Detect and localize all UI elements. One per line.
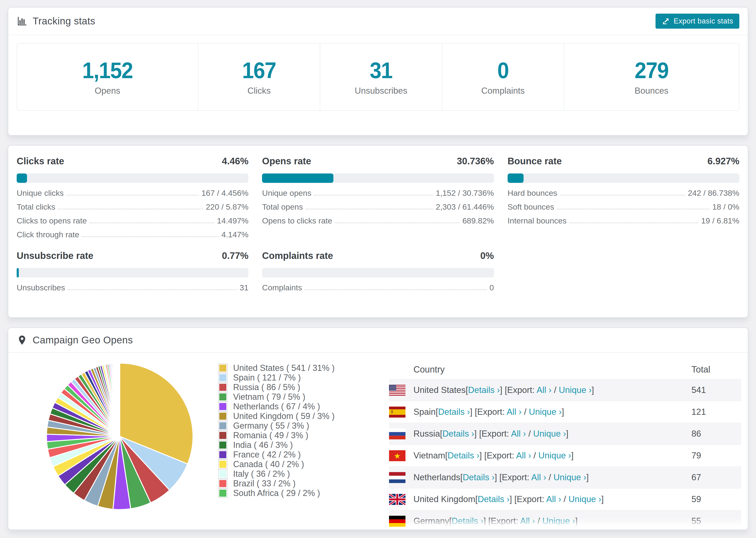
legend-item-vietnam: Vietnam ( 79 / 5% ): [218, 392, 335, 402]
legend-label: Russia ( 86 / 5% ): [233, 382, 300, 392]
legend-item-spain: Spain ( 121 / 7% ): [218, 373, 335, 382]
rate-row-value: 242 / 86.738%: [688, 188, 739, 198]
legend-label: South Africa ( 29 / 2% ): [233, 488, 320, 498]
stats-row: 1,152Opens167Clicks31Unsubscribes0Compla…: [17, 43, 739, 111]
rate-title: Clicks rate: [17, 156, 64, 166]
legend-item-france: France ( 42 / 2% ): [218, 450, 335, 459]
dotted-leader: [314, 195, 433, 195]
rate-row-value: 0: [490, 283, 494, 292]
legend-label: Canada ( 40 / 2% ): [233, 459, 304, 469]
stat-card-opens: 1,152Opens: [17, 44, 198, 110]
column-header-country: Country: [389, 364, 691, 375]
export-unique-link[interactable]: Unique ›: [529, 407, 562, 417]
legend-item-russia: Russia ( 86 / 5% ): [218, 382, 335, 392]
unsubscribe-rate-progress-bar: [17, 268, 248, 278]
stat-value: 1,152: [82, 57, 133, 83]
rate-row-label: Clicks to opens rate: [17, 216, 87, 225]
dotted-leader: [306, 209, 433, 209]
rate-row-click-through-rate: Click through rate4.147%: [17, 225, 248, 239]
rate-row-label: Total clicks: [17, 202, 55, 211]
country-name: United Kingdom: [413, 494, 475, 504]
legend-label: India ( 46 / 3% ): [233, 440, 293, 450]
geo-table-row-united-kingdom: United Kingdom [Details ›] [Export: All …: [389, 488, 741, 510]
rate-title: Complaints rate: [262, 250, 333, 261]
page-title: Tracking stats: [33, 16, 95, 27]
export-unique-link[interactable]: Unique ›: [538, 451, 571, 460]
rate-row-total-opens: Total opens2,303 / 61.446%: [262, 198, 494, 211]
unsubscribe-rate-block: Unsubscribe rate0.77%Unsubscribes31: [17, 250, 248, 292]
country-cell: Spain [Details ›] [Export: All › / Uniqu…: [389, 406, 691, 418]
country-name: Vietnam: [413, 451, 445, 460]
gb-flag-icon: [389, 494, 405, 505]
rate-row-label: Total opens: [262, 202, 303, 211]
geo-table: Country Total United States [Details ›] …: [389, 360, 741, 530]
rate-row-label: Hard bounces: [508, 188, 557, 198]
rate-header: Complaints rate0%: [262, 250, 494, 261]
export-all-link[interactable]: All ›: [531, 472, 546, 482]
legend-label: Italy ( 36 / 2% ): [233, 469, 290, 479]
rates-card: Clicks rate4.46%Unique clicks167 / 4.456…: [8, 145, 748, 318]
legend-swatch: [218, 392, 228, 402]
legend-item-united-kingdom: United Kingdom ( 59 / 3% ): [218, 411, 335, 421]
country-name: Netherlands: [413, 472, 460, 482]
country-cell: United States [Details ›] [Export: All ›…: [389, 385, 691, 396]
geo-card-header: Campaign Geo Opens: [8, 328, 748, 353]
rate-row-opens-to-clicks-rate: Opens to clicks rate689.82%: [262, 211, 494, 225]
bounce-rate-block: Bounce rate6.927%Hard bounces242 / 86.73…: [508, 156, 739, 239]
geo-table-row-vietnam: Vietnam [Details ›] [Export: All › / Uni…: [389, 445, 741, 466]
nl-flag-icon: [389, 472, 405, 483]
dashboard-page: Tracking stats Export basic stats 1,152O…: [0, 0, 756, 530]
legend-swatch: [218, 479, 228, 488]
country-cell: Netherlands [Details ›] [Export: All › /…: [389, 472, 691, 483]
rate-row-label: Unique clicks: [17, 188, 64, 198]
legend-item-canada: Canada ( 40 / 2% ): [218, 459, 335, 469]
export-basic-stats-button[interactable]: Export basic stats: [656, 14, 739, 28]
campaign-geo-opens-card: Campaign Geo Opens United States ( 541 /…: [8, 327, 748, 530]
export-all-link[interactable]: All ›: [511, 429, 526, 439]
stat-label: Complaints: [481, 86, 525, 96]
clicks-rate-block: Clicks rate4.46%Unique clicks167 / 4.456…: [17, 156, 248, 239]
progress-fill: [508, 174, 523, 183]
country-name: Russia: [413, 429, 440, 439]
details-link[interactable]: Details ›: [438, 407, 470, 417]
legend-label: Spain ( 121 / 7% ): [233, 373, 301, 383]
page-title-geo: Campaign Geo Opens: [33, 335, 133, 346]
export-unique-link[interactable]: Unique ›: [533, 429, 566, 439]
tracking-card-header: Tracking stats Export basic stats: [8, 8, 748, 35]
export-unique-link[interactable]: Unique ›: [568, 494, 601, 504]
export-all-link[interactable]: All ›: [507, 407, 522, 417]
export-unique-link[interactable]: Unique ›: [553, 472, 586, 482]
rate-row-value: 18 / 0%: [712, 202, 739, 211]
details-link[interactable]: Details ›: [468, 385, 500, 395]
details-link[interactable]: Details ›: [478, 494, 510, 504]
us-flag-icon: [389, 385, 405, 396]
rate-row-value: 14.497%: [217, 216, 248, 225]
rate-row-internal-bounces: Internal bounces19 / 6.81%: [508, 211, 739, 225]
country-cell: Vietnam [Details ›] [Export: All › / Uni…: [389, 450, 691, 461]
dotted-leader: [67, 195, 199, 195]
details-link[interactable]: Details ›: [448, 451, 479, 460]
geo-table-row-russia: Russia [Details ›] [Export: All › / Uniq…: [389, 423, 741, 445]
export-all-link[interactable]: All ›: [536, 385, 552, 395]
rate-row-unique-clicks: Unique clicks167 / 4.456%: [17, 184, 248, 198]
dotted-leader: [569, 223, 698, 223]
details-link[interactable]: Details ›: [463, 472, 495, 482]
rate-row-hard-bounces: Hard bounces242 / 86.738%: [508, 184, 739, 198]
es-flag-icon: [389, 406, 405, 418]
rate-row-label: Unsubscribes: [17, 283, 65, 292]
rate-row-value: 1,152 / 30.736%: [436, 188, 494, 198]
export-all-link[interactable]: All ›: [516, 451, 531, 460]
dotted-leader: [557, 209, 710, 209]
stat-label: Opens: [95, 86, 120, 96]
country-links: [Details ›] [Export: All › / Unique ›]: [440, 429, 568, 439]
rate-row-value: 31: [240, 283, 249, 292]
rate-row-value: 19 / 6.81%: [701, 216, 739, 225]
dotted-leader: [68, 290, 237, 290]
legend-label: Netherlands ( 67 / 4% ): [233, 402, 320, 411]
dotted-leader: [58, 209, 203, 209]
rate-row-value: 167 / 4.456%: [201, 188, 248, 198]
export-unique-link[interactable]: Unique ›: [559, 385, 592, 395]
details-link[interactable]: Details ›: [442, 429, 474, 439]
export-all-link[interactable]: All ›: [546, 494, 561, 504]
dotted-leader: [560, 195, 685, 195]
